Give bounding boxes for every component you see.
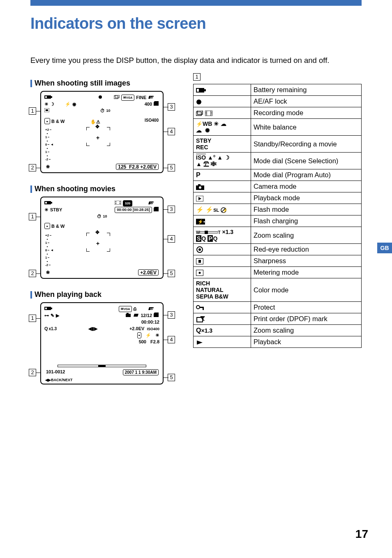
aperture: F2.8	[150, 339, 159, 344]
ev-value: +2.0EV	[140, 164, 157, 170]
table-row: RICHNATURALSEPIA B&WColor mode	[194, 278, 362, 302]
svg-rect-25	[196, 112, 201, 116]
elapsed-time: 00:00:12	[141, 320, 159, 324]
indicator-icon-playback2	[194, 336, 251, 348]
indicator-desc: Metering mode	[251, 267, 362, 278]
callout-line	[164, 315, 168, 315]
indicator-icon-play	[194, 192, 251, 204]
indicator-icon-scene: ISO ▲° ▲ ☽▲ ⛱ ❄	[194, 153, 251, 169]
callout-2: 2	[29, 369, 36, 376]
table-row: Recording mode	[194, 107, 362, 119]
callout-line	[164, 340, 168, 340]
aeaf-dot-icon	[98, 95, 102, 100]
indicator-desc: Sharpness	[251, 255, 362, 267]
table-row: Playback mode	[194, 192, 362, 204]
header-accent-bar	[30, 0, 362, 6]
ev-scale: +2 1 0◄ 1 -2	[45, 234, 53, 267]
callout-line	[164, 273, 168, 274]
indicator-desc: Playback	[251, 336, 362, 348]
indicator-icon-stbyrec: STBYREC	[194, 136, 251, 153]
selftimer-icon: ⏱	[100, 108, 105, 113]
indicator-icon-aeaf	[194, 96, 251, 107]
indicator-desc: Camera mode	[251, 181, 362, 192]
svg-rect-54	[203, 307, 204, 310]
section-heading-still: When shooting still images	[30, 79, 187, 88]
table-row: ⚡•Flash charging	[194, 215, 362, 227]
screen-row-3: 00:00:12	[44, 319, 159, 325]
language-tab: GB	[377, 243, 392, 253]
card-icon	[154, 101, 159, 107]
indicator-desc: Mode dial (Scene Selection)	[251, 153, 362, 169]
indicator-desc: Flash charging	[251, 215, 362, 227]
callout-line	[164, 377, 168, 378]
shutter-speed: 125	[118, 164, 126, 170]
ev-value: +2.0EV	[129, 326, 144, 331]
svg-text:⚡•: ⚡•	[198, 219, 205, 225]
folder-play-icon	[126, 313, 131, 318]
intro-text: Every time you press the DISP button, th…	[30, 56, 329, 65]
indicator-desc: Protect	[251, 302, 362, 313]
move-icon: ✥	[95, 124, 99, 130]
metering-box-icon: ▪	[44, 118, 50, 124]
volume-icon: ◀▮▶	[88, 326, 97, 331]
callout-1: 1	[29, 315, 36, 322]
table-row: Sharpness	[194, 255, 362, 267]
page-title: Indicators on the screen	[30, 15, 206, 32]
bw-indicator-row: ▪ B & W	[44, 118, 65, 124]
folder-current-icon	[133, 313, 139, 318]
dpof-icon: ✎	[51, 313, 54, 318]
screen-row-2: ⊶ ✎ ▶ 12/12	[44, 312, 159, 319]
playback-progress-bar	[58, 365, 146, 367]
svg-rect-5	[115, 95, 119, 98]
section-heading-playback: When playing back	[30, 290, 187, 299]
svg-marker-38	[198, 197, 201, 200]
heading-accent	[30, 185, 32, 193]
svg-rect-11	[115, 201, 121, 205]
callout-4: 4	[168, 235, 175, 243]
exposure-status-row: ❀ 125 F2.8 +2.0EV	[46, 164, 159, 170]
table-row: Red-eye reduction	[194, 244, 362, 255]
image-count: 12/12	[141, 313, 152, 318]
spot-target: +	[96, 240, 99, 247]
svg-rect-15	[120, 203, 120, 204]
iso-indicator: ISO400	[147, 327, 159, 331]
callout-line	[164, 209, 168, 210]
indicator-desc: Flash mode	[251, 204, 362, 215]
playback-info-row: 101-0012 2007 1 1 9:30AM	[46, 369, 159, 375]
svg-rect-26	[197, 111, 203, 114]
battery-icon	[44, 306, 53, 311]
table-row: ISO ▲° ▲ ☽▲ ⛱ ❄Mode dial (Scene Selectio…	[194, 153, 362, 169]
callout-line	[164, 168, 168, 168]
indicator-desc: Zoom scaling	[251, 325, 362, 336]
screen-row-6: 500 F2.8	[44, 338, 159, 345]
pictbridge-icon: ⎙	[134, 306, 136, 311]
movie-size: 320	[123, 200, 132, 206]
ev-value: +2.0EV	[138, 269, 159, 276]
svg-rect-17	[51, 308, 52, 309]
svg-rect-12	[115, 201, 116, 202]
svg-rect-22	[204, 89, 206, 91]
datetime: 2007 1 1 9:30AM	[123, 369, 159, 375]
svg-point-51	[199, 272, 201, 274]
exposure-status-row: ❀ +2.0EV	[46, 269, 159, 276]
diagram-movies: 1 2 3 4 5 320 101 ☀ STBY 00:00:00 [0	[40, 197, 164, 279]
callout-5: 5	[168, 164, 175, 171]
indicator-desc: Color mode	[251, 278, 362, 302]
svg-rect-18	[45, 308, 47, 309]
indicator-icon-battery	[194, 84, 251, 96]
indicator-desc: AE/AF lock	[251, 96, 362, 107]
redeye-icon: ◉	[72, 102, 76, 107]
svg-rect-1	[51, 96, 52, 98]
card-icon	[154, 207, 159, 213]
vga-indicator: ✉VGA	[121, 95, 134, 101]
movie-time: 00:00:00 [00:28:25]	[115, 207, 152, 213]
svg-point-3	[99, 95, 102, 99]
callout-2: 2	[29, 270, 36, 277]
film-icon	[115, 201, 121, 206]
svg-rect-9	[51, 202, 52, 204]
protect-icon: ⊶	[44, 313, 49, 318]
indicator-icon-zoomq: Q×1.3	[194, 325, 251, 336]
color-mode-bw: B & W	[51, 224, 65, 229]
callout-1: 1	[29, 213, 36, 220]
callout-4: 4	[168, 336, 175, 343]
